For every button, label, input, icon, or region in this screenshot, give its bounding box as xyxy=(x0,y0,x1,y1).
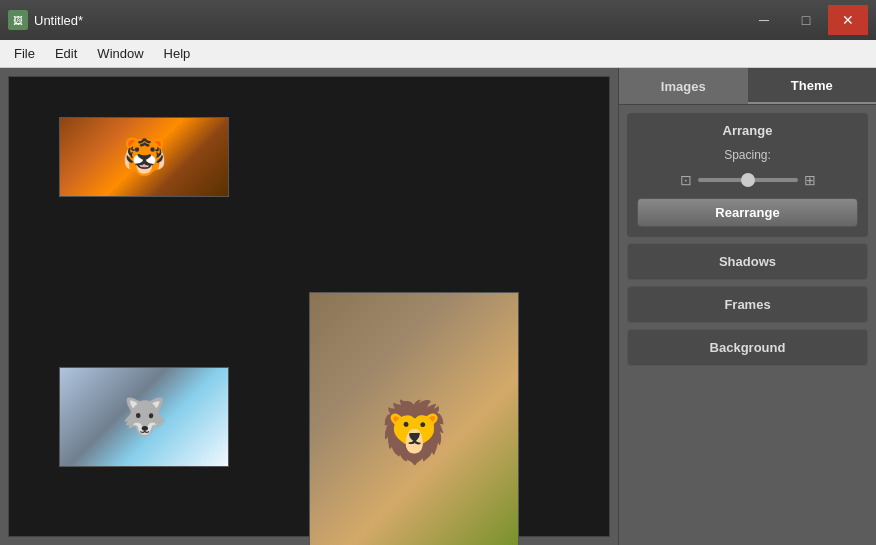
shadows-section[interactable]: Shadows xyxy=(627,243,868,280)
spacing-large-icon: ⊞ xyxy=(804,172,816,188)
canvas-inner xyxy=(8,76,610,537)
tab-images[interactable]: Images xyxy=(619,68,748,104)
app-icon: 🖼 xyxy=(8,10,28,30)
title-bar: 🖼 Untitled* ─ □ ✕ xyxy=(0,0,876,40)
photo-lion[interactable] xyxy=(309,292,519,545)
panel-tabs: Images Theme xyxy=(619,68,876,105)
main-content: Images Theme Arrange Spacing: ⊡ xyxy=(0,68,876,545)
frames-section[interactable]: Frames xyxy=(627,286,868,323)
photo-tiger[interactable] xyxy=(59,117,229,197)
spacing-slider[interactable] xyxy=(698,178,798,182)
arrange-section: Arrange Spacing: ⊡ ⊞ Rearrange xyxy=(627,113,868,237)
spacing-label: Spacing: xyxy=(724,148,771,162)
canvas-area xyxy=(0,68,618,545)
spacing-small-icon: ⊡ xyxy=(680,172,692,188)
background-section[interactable]: Background xyxy=(627,329,868,366)
close-button[interactable]: ✕ xyxy=(828,5,868,35)
window-controls: ─ □ ✕ xyxy=(744,5,868,35)
menu-bar: File Edit Window Help xyxy=(0,40,876,68)
tab-theme[interactable]: Theme xyxy=(748,68,877,104)
menu-window[interactable]: Window xyxy=(87,42,153,65)
arrange-title: Arrange xyxy=(637,123,858,138)
right-panel: Images Theme Arrange Spacing: ⊡ xyxy=(618,68,876,545)
restore-button[interactable]: □ xyxy=(786,5,826,35)
photo-grid xyxy=(9,77,609,536)
spacing-slider-row: ⊡ ⊞ xyxy=(637,172,858,188)
menu-edit[interactable]: Edit xyxy=(45,42,87,65)
photo-wolf[interactable] xyxy=(59,367,229,467)
panel-content: Arrange Spacing: ⊡ ⊞ Rearrange Shadows xyxy=(619,105,876,545)
rearrange-button[interactable]: Rearrange xyxy=(637,198,858,227)
main-window: 🖼 Untitled* ─ □ ✕ File Edit Window Help xyxy=(0,0,876,545)
minimize-button[interactable]: ─ xyxy=(744,5,784,35)
window-title: Untitled* xyxy=(34,13,744,28)
menu-file[interactable]: File xyxy=(4,42,45,65)
menu-help[interactable]: Help xyxy=(154,42,201,65)
spacing-row: Spacing: xyxy=(637,148,858,162)
